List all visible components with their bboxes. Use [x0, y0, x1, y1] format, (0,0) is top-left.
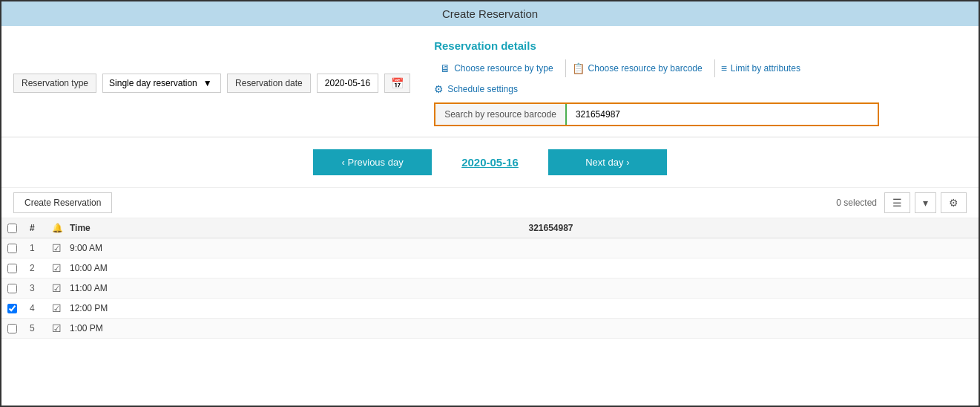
row-1-checkbox-cell	[7, 244, 30, 253]
create-reservation-button[interactable]: Create Reservation	[13, 192, 112, 213]
tab-choose-by-barcode-label: Choose resource by barcode	[588, 63, 703, 74]
app-window: Create Reservation Reservation type Sing…	[0, 0, 980, 407]
barcode-search-box: Search by resource barcode	[434, 102, 879, 126]
row-2-num: 2	[30, 263, 52, 273]
table-row: 4 ☑ 12:00 PM	[1, 299, 979, 319]
settings-button[interactable]: ⚙	[941, 192, 967, 213]
filter-icon: ≡	[721, 62, 727, 74]
header-bell-col: 🔔	[52, 223, 70, 233]
tabs-row: 🖥 Choose resource by type 📋 Choose resou…	[434, 59, 958, 77]
dropdown-button[interactable]: ▾	[915, 192, 936, 213]
row-4-num: 4	[30, 303, 52, 313]
schedule-settings-row: ⚙ Schedule settings	[434, 83, 958, 95]
table-row: 5 ☑ 1:00 PM	[1, 319, 979, 339]
row-2-checkbox[interactable]	[7, 264, 17, 273]
selected-count: 0 selected	[836, 198, 877, 208]
toolbar-row: Create Reservation 0 selected ☰ ▾ ⚙	[1, 187, 979, 218]
top-section: Reservation type Single day reservation …	[1, 26, 979, 137]
row-3-checkbox[interactable]	[7, 284, 17, 293]
barcode-search-input[interactable]	[567, 104, 878, 125]
tab-limit-by-attributes[interactable]: ≡ Limit by attributes	[715, 59, 812, 77]
list-icon: ☰	[892, 197, 902, 209]
row-1-time: 9:00 AM	[70, 243, 129, 253]
navigation-section: ‹ Previous day 2020-05-16 Next day ›	[1, 137, 979, 187]
row-5-checkbox-cell	[7, 324, 30, 333]
row-1-num: 1	[30, 243, 52, 253]
row-5-num: 5	[30, 323, 52, 333]
reservation-details-title: Reservation details	[434, 39, 958, 52]
window-title: Create Reservation	[442, 7, 538, 20]
tab-choose-resource-by-type[interactable]: 🖥 Choose resource by type	[434, 59, 565, 77]
list-view-button[interactable]: ☰	[884, 192, 910, 213]
reservation-type-value: Single day reservation	[109, 78, 197, 88]
title-bar: Create Reservation	[1, 1, 979, 26]
monitor-icon: 🖥	[440, 62, 450, 74]
header-checkbox-col	[7, 224, 30, 233]
barcode-search-label: Search by resource barcode	[435, 104, 567, 125]
row-5-checkbox[interactable]	[7, 324, 17, 333]
row-4-check-icon: ☑	[52, 302, 70, 314]
row-1-checkbox[interactable]	[7, 244, 17, 253]
reservation-date-label: Reservation date	[227, 74, 311, 93]
tab-limit-by-attributes-label: Limit by attributes	[731, 63, 800, 74]
barcode-tab-icon: 📋	[572, 62, 585, 74]
reservation-type-select[interactable]: Single day reservation ▼	[102, 74, 221, 93]
row-4-checkbox-cell	[7, 304, 30, 313]
select-all-checkbox[interactable]	[7, 224, 17, 233]
next-day-button[interactable]: Next day ›	[548, 149, 667, 175]
gear-icon: ⚙	[434, 83, 444, 95]
calendar-button[interactable]: 📅	[384, 74, 410, 93]
reservation-date-value: 2020-05-16	[317, 74, 378, 93]
settings-icon: ⚙	[949, 197, 958, 209]
row-3-num: 3	[30, 283, 52, 293]
row-5-check-icon: ☑	[52, 322, 70, 334]
tab-choose-by-type-label: Choose resource by type	[454, 63, 553, 74]
row-2-check-icon: ☑	[52, 262, 70, 274]
right-toolbar: 0 selected ☰ ▾ ⚙	[836, 192, 967, 213]
current-date[interactable]: 2020-05-16	[461, 156, 519, 169]
table-header: # 🔔 Time 321654987	[1, 218, 979, 238]
tab-choose-resource-by-barcode[interactable]: 📋 Choose resource by barcode	[566, 59, 715, 77]
row-1-check-icon: ☑	[52, 242, 70, 254]
reservation-details-panel: Reservation details 🖥 Choose resource by…	[425, 35, 967, 131]
schedule-settings-link[interactable]: Schedule settings	[447, 84, 518, 94]
table-row: 2 ☑ 10:00 AM	[1, 258, 979, 279]
row-2-time: 10:00 AM	[70, 263, 129, 273]
previous-day-button[interactable]: ‹ Previous day	[313, 149, 432, 175]
row-5-time: 1:00 PM	[70, 323, 129, 333]
table-row: 1 ☑ 9:00 AM	[1, 238, 979, 258]
header-resource-col: 321654987	[129, 223, 973, 233]
calendar-icon: 📅	[391, 77, 404, 89]
row-3-check-icon: ☑	[52, 282, 70, 294]
bell-header-icon: 🔔	[52, 223, 63, 233]
dropdown-arrow-icon: ▼	[203, 78, 212, 88]
row-3-checkbox-cell	[7, 284, 30, 293]
table-row: 3 ☑ 11:00 AM	[1, 279, 979, 299]
row-4-time: 12:00 PM	[70, 303, 129, 313]
chevron-down-icon: ▾	[923, 197, 928, 209]
table-section: # 🔔 Time 321654987 1 ☑ 9:00 AM 2 ☑ 10:00…	[1, 218, 979, 406]
left-controls: Reservation type Single day reservation …	[13, 35, 410, 131]
row-2-checkbox-cell	[7, 264, 30, 273]
reservation-type-label: Reservation type	[13, 74, 96, 93]
row-3-time: 11:00 AM	[70, 283, 129, 293]
row-4-checkbox[interactable]	[7, 304, 17, 313]
header-time-col: Time	[70, 223, 129, 233]
header-number-col: #	[30, 223, 52, 233]
